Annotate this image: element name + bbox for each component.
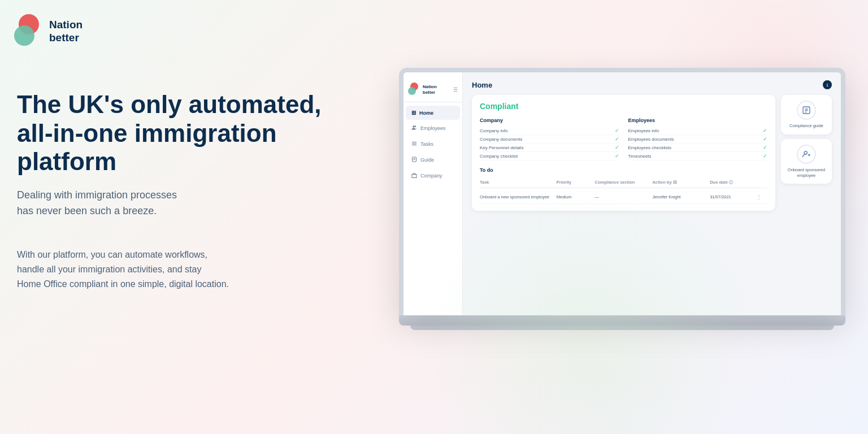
- sidebar-item-tasks[interactable]: Tasks: [406, 137, 460, 151]
- list-item: Key Personnel details ✓: [480, 144, 619, 152]
- svg-point-0: [413, 125, 415, 128]
- check-icon: ✓: [615, 136, 619, 142]
- employees-section: Employees Employees info ✓ Employees doc…: [628, 118, 768, 160]
- sidebar-item-label: Guide: [420, 157, 434, 163]
- check-icon: ✓: [763, 136, 767, 142]
- sidebar-item-home[interactable]: ⊞ Home: [406, 106, 460, 120]
- onboard-employee-label: Onboard sponsored employee: [785, 167, 827, 179]
- company-title: Company: [480, 118, 619, 123]
- check-icon: ✓: [763, 128, 767, 133]
- company-section: Company Company info ✓ Company documents…: [480, 118, 619, 160]
- onboard-employee-card[interactable]: Onboard sponsored employee: [781, 139, 832, 184]
- item-label: Company documents: [480, 137, 523, 142]
- list-item: Timesheets ✓: [628, 152, 768, 160]
- check-icon: ✓: [615, 153, 619, 159]
- tasks-icon: [411, 141, 417, 147]
- company-icon: [411, 172, 417, 179]
- sidebar-item-label: Company: [420, 173, 442, 179]
- todo-section: To do Task Priority Compliance section A…: [480, 167, 767, 204]
- sidebar-item-company[interactable]: Company: [406, 168, 460, 183]
- item-label: Timesheets: [628, 154, 652, 159]
- info-icon: ⓘ: [729, 180, 733, 184]
- item-label: Company info: [480, 128, 507, 133]
- compliance-section: —: [595, 194, 653, 199]
- device-mockup: Nation better ☰ ⊞ Home Employees: [399, 68, 845, 330]
- content-body: Compliant Company Company info ✓ Co: [472, 95, 832, 211]
- description-text: With our platform, you can automate work…: [17, 248, 350, 292]
- table-header: Task Priority Compliance section Action …: [480, 177, 767, 188]
- employees-icon: [411, 125, 417, 132]
- task-name: Onboard a new sponsored employee: [480, 194, 557, 199]
- subheading: Dealing with immigration processes has n…: [17, 188, 350, 219]
- laptop-base-bottom: [410, 326, 835, 330]
- item-label: Company checklist: [480, 154, 518, 159]
- col-task: Task: [480, 180, 557, 185]
- compliance-grid: Company Company info ✓ Company documents…: [480, 118, 767, 160]
- compliance-guide-icon: [797, 101, 816, 120]
- check-icon: ✓: [763, 145, 767, 150]
- sidebar-item-guide[interactable]: Guide: [406, 153, 460, 167]
- svg-point-1: [415, 125, 416, 127]
- table-row: Onboard a new sponsored employee Medium …: [480, 190, 767, 204]
- logo-area: Nation better: [14, 14, 83, 49]
- compliance-guide-label: Compliance guide: [789, 123, 823, 129]
- sidebar: Nation better ☰ ⊞ Home Employees: [403, 72, 463, 315]
- main-content: Home 1 Compliant Company Company info: [463, 72, 841, 315]
- home-icon: ⊞: [411, 110, 416, 116]
- laptop-screen: Nation better ☰ ⊞ Home Employees: [399, 68, 845, 315]
- main-heading: The UK's only automated, all-in-one immi…: [17, 90, 350, 176]
- list-item: Employees documents ✓: [628, 135, 768, 144]
- action-by: Jennifer Knight: [652, 194, 710, 199]
- brand-name: Nation better: [49, 19, 83, 45]
- hamburger-icon[interactable]: ☰: [453, 87, 458, 93]
- notification-badge[interactable]: 1: [823, 80, 832, 89]
- row-menu-icon[interactable]: ⋮: [756, 194, 767, 200]
- check-icon: ✓: [615, 145, 619, 150]
- employees-title: Employees: [628, 118, 768, 123]
- col-priority: Priority: [557, 180, 595, 185]
- right-panel: Compliance guide Onb: [781, 95, 832, 211]
- item-label: Employees checklists: [628, 145, 671, 150]
- filter-icon[interactable]: ⊟: [673, 180, 677, 185]
- list-item: Company documents ✓: [480, 135, 619, 144]
- list-item: Employees info ✓: [628, 127, 768, 135]
- due-date: 31/07/2021: [710, 194, 756, 199]
- svg-rect-8: [412, 175, 416, 178]
- sidebar-item-label: Employees: [420, 125, 446, 131]
- guide-icon: [411, 157, 417, 163]
- list-item: Company checklist ✓: [480, 152, 619, 160]
- compliant-badge: Compliant: [480, 102, 767, 111]
- compliance-card: Compliant Company Company info ✓ Co: [472, 95, 775, 211]
- col-action: Action by ⊟: [652, 180, 710, 185]
- svg-point-13: [804, 151, 807, 154]
- check-icon: ✓: [615, 128, 619, 133]
- page-header: Home 1: [472, 80, 832, 89]
- list-item: Employees checklists ✓: [628, 144, 768, 152]
- page-title: Home: [472, 81, 492, 89]
- app-ui: Nation better ☰ ⊞ Home Employees: [403, 72, 841, 315]
- todo-title: To do: [480, 167, 767, 173]
- list-item: Company info ✓: [480, 127, 619, 135]
- laptop-base: [399, 315, 845, 326]
- col-actions: [756, 180, 767, 185]
- priority: Medium: [557, 194, 595, 199]
- item-label: Employees info: [628, 128, 659, 133]
- col-due: Due date ⓘ: [710, 180, 756, 185]
- logo-icon: [14, 14, 44, 49]
- hero-section: The UK's only automated, all-in-one immi…: [17, 90, 350, 292]
- onboard-employee-icon: [797, 145, 816, 164]
- sidebar-logo-icon: [408, 83, 420, 97]
- compliance-guide-card[interactable]: Compliance guide: [781, 95, 832, 134]
- sidebar-item-label: Home: [419, 110, 433, 116]
- logo-circle-bottom: [14, 25, 34, 46]
- item-label: Employees documents: [628, 137, 674, 142]
- sidebar-item-label: Tasks: [420, 141, 433, 147]
- sidebar-item-employees[interactable]: Employees: [406, 121, 460, 136]
- col-compliance: Compliance section: [595, 180, 653, 185]
- sidebar-logo-text: Nation better: [423, 84, 437, 95]
- item-label: Key Personnel details: [480, 145, 523, 150]
- check-icon: ✓: [763, 153, 767, 159]
